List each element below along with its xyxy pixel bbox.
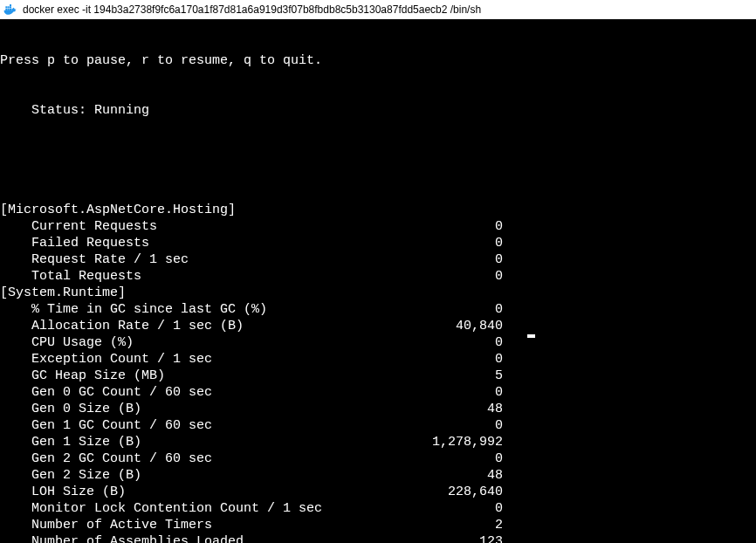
status-line: Status: Running [0,102,756,119]
metric-row: Gen 2 GC Count / 60 sec0 [0,450,756,467]
metric-value: 48 [409,467,503,484]
metric-value: 2 [409,517,503,533]
metric-row: Total Requests0 [0,268,756,285]
metric-value: 0 [409,268,503,285]
metric-row: LOH Size (B)228,640 [0,484,756,500]
metric-row: Failed Requests0 [0,235,756,251]
terminal-output[interactable]: Press p to pause, r to resume, q to quit… [0,19,756,543]
metric-value: 5 [409,368,503,384]
metric-value: 0 [409,500,503,517]
metric-label: Exception Count / 1 sec [31,351,409,368]
metric-value: 123 [409,533,503,543]
metric-label: Total Requests [31,268,409,285]
metric-row: Gen 0 Size (B)48 [0,401,756,417]
metric-label: Current Requests [31,218,409,235]
metric-value: 0 [409,218,503,235]
metric-row: Current Requests0 [0,218,756,235]
metric-row: Gen 1 GC Count / 60 sec0 [0,417,756,434]
metric-label: GC Heap Size (MB) [31,368,409,384]
metric-label: CPU Usage (%) [31,334,409,351]
metric-row: Exception Count / 1 sec0 [0,351,756,368]
blank-line [0,152,756,168]
metric-label: Number of Assemblies Loaded [31,533,409,543]
metric-label: Gen 0 GC Count / 60 sec [31,384,409,401]
metric-row: Gen 1 Size (B)1,278,992 [0,434,756,450]
metric-row: % Time in GC since last GC (%)0 [0,301,756,318]
section-header: [Microsoft.AspNetCore.Hosting] [0,202,756,218]
window-titlebar: docker exec -it 194b3a2738f9fc6a170a1f87… [0,0,756,19]
docker-icon [3,3,17,17]
metric-value: 0 [409,384,503,401]
metric-label: Gen 1 Size (B) [31,434,409,450]
metric-row: Allocation Rate / 1 sec (B)40,840 [0,318,756,334]
metric-row: GC Heap Size (MB)5 [0,368,756,384]
metric-value: 228,640 [409,484,503,500]
metric-row: Monitor Lock Contention Count / 1 sec0 [0,500,756,517]
metric-value: 48 [409,401,503,417]
metric-label: LOH Size (B) [31,484,409,500]
metric-row: Number of Assemblies Loaded123 [0,533,756,543]
metric-label: Failed Requests [31,235,409,251]
instructions-line: Press p to pause, r to resume, q to quit… [0,52,756,69]
metric-label: Number of Active Timers [31,517,409,533]
window-title: docker exec -it 194b3a2738f9fc6a170a1f87… [23,3,481,16]
metric-value: 40,840 [409,318,503,334]
metric-value: 0 [409,450,503,467]
metric-label: Monitor Lock Contention Count / 1 sec [31,500,409,517]
terminal-cursor [527,334,535,338]
metric-value: 0 [409,334,503,351]
section-header: [System.Runtime] [0,285,756,301]
metric-label: Gen 2 GC Count / 60 sec [31,450,409,467]
metric-label: Gen 1 GC Count / 60 sec [31,417,409,434]
metric-label: Gen 0 Size (B) [31,401,409,417]
metric-row: Request Rate / 1 sec0 [0,251,756,268]
metric-value: 1,278,992 [409,434,503,450]
metric-row: CPU Usage (%)0 [0,334,756,351]
metric-label: Allocation Rate / 1 sec (B) [31,318,409,334]
metric-row: Gen 2 Size (B)48 [0,467,756,484]
metric-label: Gen 2 Size (B) [31,467,409,484]
metric-value: 0 [409,235,503,251]
metric-label: Request Rate / 1 sec [31,251,409,268]
metric-row: Number of Active Timers2 [0,517,756,533]
metric-value: 0 [409,251,503,268]
metric-value: 0 [409,417,503,434]
metric-value: 0 [409,301,503,318]
metric-row: Gen 0 GC Count / 60 sec0 [0,384,756,401]
metric-value: 0 [409,351,503,368]
metric-label: % Time in GC since last GC (%) [31,301,409,318]
